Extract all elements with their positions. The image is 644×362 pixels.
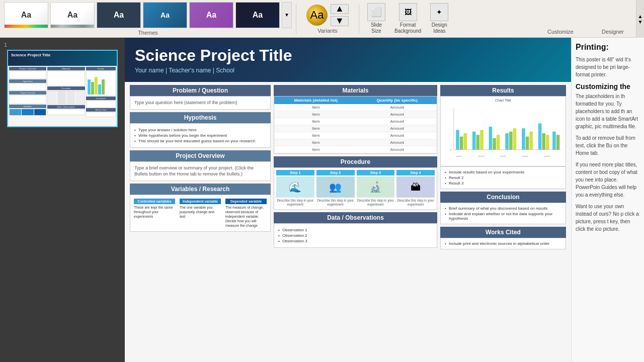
table-row: ItemAmount — [274, 118, 437, 125]
materials-col1-header: Materials (detailed list) — [274, 97, 358, 104]
observation-1: Observation 1 — [278, 228, 433, 232]
slide-size-icon: ⬜ — [367, 3, 385, 21]
conclusion-bullet-1: Brief summary of what you discovered bas… — [445, 206, 561, 211]
conclusion-section: Conclusion Brief summary of what you dis… — [440, 192, 566, 224]
svg-rect-4 — [460, 137, 463, 150]
step-3-desc: Describe this step in your experiment — [357, 199, 395, 207]
theme-dark2[interactable]: Aa — [235, 2, 280, 28]
toolbar-scroll-btn[interactable]: ▲▼ — [636, 0, 644, 38]
controlled-var-box[interactable]: Controlled variables These are kept the … — [132, 197, 177, 229]
controlled-var-header: Controlled variables — [134, 199, 175, 204]
svg-text:Item4: Item4 — [522, 155, 528, 157]
variants-label: Variants — [317, 28, 338, 34]
svg-rect-5 — [463, 133, 467, 150]
table-row: ItemAmount — [274, 111, 437, 118]
procedure-section: Procedure Step 1 🌊 Describe this step in… — [274, 156, 437, 210]
chart-title: Chart Title — [443, 99, 564, 102]
results-section: Results Chart Title 0 — [440, 85, 566, 189]
panel-text-1: This poster is 48" wid It's designed to … — [576, 56, 640, 78]
theme-blue[interactable]: Aa — [143, 2, 187, 28]
conclusion-header: Conclusion — [440, 192, 566, 203]
design-ideas-btn[interactable]: ✦ DesignIdeas — [426, 1, 452, 36]
independent-var-box[interactable]: Independent variable The one variable yo… — [178, 197, 222, 229]
variant-circle: Aa — [306, 5, 328, 26]
hypothesis-bullet-2: Write hypothesis before you begin the ex… — [134, 133, 266, 138]
right-panel: Printing: This poster is 48" wid It's de… — [571, 38, 644, 362]
works-cited-header: Works Cited — [440, 227, 566, 238]
variables-boxes: Controlled variables These are kept the … — [130, 195, 271, 232]
svg-text:0: 0 — [450, 148, 451, 151]
slide-number: 1 — [4, 42, 7, 48]
left-column: Problem / Question Type your question he… — [130, 85, 271, 359]
svg-rect-9 — [489, 127, 493, 150]
theme-purple[interactable]: Aa — [189, 2, 233, 28]
step-2-desc: Describe this step in your experiment — [316, 199, 355, 207]
works-cited-box[interactable]: Include print and electronic sources in … — [440, 238, 566, 249]
variables-header: Variables / Research — [130, 184, 271, 195]
slide-thumbnail[interactable]: Science Project Title Problem / Question… — [7, 50, 118, 127]
format-bg-icon: 🖼 — [399, 3, 417, 21]
step-2-box[interactable]: Step 2 👥 Describe this step in your expe… — [316, 170, 355, 207]
step-4-label: Step 4 — [396, 170, 435, 175]
toolbar: Aa Aa Aa Aa Aa Aa ▼ Themes Aa — [0, 0, 644, 38]
materials-section: Materials Materials (detailed list) Quan… — [274, 85, 437, 154]
materials-header: Materials — [274, 85, 437, 96]
slide-body: Problem / Question Type your question he… — [125, 82, 571, 362]
svg-rect-7 — [476, 135, 480, 149]
customize-label: Customize — [547, 29, 574, 35]
svg-text:Item3: Item3 — [501, 155, 506, 157]
svg-rect-22 — [556, 135, 560, 149]
panel-section-title: Customizing the — [576, 82, 640, 90]
step-3-box[interactable]: Step 3 🔬 Describe this step in your expe… — [357, 170, 395, 207]
design-ideas-label: DesignIdeas — [432, 22, 447, 34]
problem-box[interactable]: Type your question here (statement of th… — [130, 96, 271, 110]
table-row: ItemAmount — [274, 139, 437, 146]
right-column: Results Chart Title 0 — [440, 85, 566, 359]
results-chart: 0 — [443, 103, 564, 163]
data-header: Data / Observations — [274, 212, 437, 223]
result-bullet-3: Result 3 — [445, 181, 561, 186]
slide-size-btn[interactable]: ⬜ SlideSize — [363, 1, 389, 36]
dependent-var-box[interactable]: Depended variable The measure of change;… — [224, 197, 268, 229]
themes-scroll-down[interactable]: ▼ — [282, 2, 292, 28]
result-bullet-2: Result 2 — [445, 175, 561, 180]
hypothesis-box[interactable]: Type your answer / solution here Write h… — [130, 123, 271, 148]
dependent-var-content: The measure of change; observed because … — [225, 205, 267, 228]
step-4-box[interactable]: Step 4 🏔 Describe this step in your expe… — [396, 170, 435, 207]
svg-rect-15 — [522, 128, 525, 150]
svg-rect-6 — [472, 132, 476, 150]
variant-down-btn[interactable]: ▼ — [331, 16, 349, 26]
variant-up-btn[interactable]: ▲ — [331, 4, 349, 14]
results-bullets-box[interactable]: Include results based on your experiment… — [440, 166, 566, 189]
step-1-box[interactable]: Step 1 🌊 Describe this step in your expe… — [276, 170, 314, 207]
format-background-btn[interactable]: 🖼 FormatBackground — [390, 1, 425, 36]
svg-rect-19 — [542, 133, 545, 150]
hypothesis-header: Hypothesis — [130, 112, 271, 123]
svg-rect-20 — [546, 135, 549, 149]
slide-title: Science Project Title — [135, 46, 561, 65]
step-2-label: Step 2 — [316, 170, 355, 175]
data-box[interactable]: Observation 1 Observation 2 Observation … — [274, 223, 437, 248]
materials-box[interactable]: Materials (detailed list) Quantity (be s… — [274, 96, 437, 154]
theme-light[interactable]: Aa — [50, 2, 95, 28]
step-3-label: Step 3 — [357, 170, 395, 175]
theme-default[interactable]: Aa — [4, 2, 48, 28]
problem-header: Problem / Question — [130, 85, 271, 96]
chart-area[interactable]: Chart Title 0 — [440, 96, 566, 166]
works-cited-section: Works Cited Include print and electronic… — [440, 227, 566, 249]
works-cited-content: Include print and electronic sources in … — [445, 241, 561, 246]
slide-canvas[interactable]: Science Project Title Your name | Teache… — [125, 38, 571, 362]
slide-header-bg: Science Project Title Your name | Teache… — [125, 38, 571, 82]
table-row: ItemAmount — [274, 146, 437, 153]
conclusion-box[interactable]: Brief summary of what you discovered bas… — [440, 203, 566, 224]
slide-size-label: SlideSize — [371, 22, 382, 34]
overview-box[interactable]: Type a brief overview or summary of your… — [130, 161, 271, 181]
hypothesis-section: Hypothesis Type your answer / solution h… — [130, 112, 271, 148]
controlled-var-content: These are kept the same throughout your … — [134, 205, 175, 219]
theme-dark[interactable]: Aa — [97, 2, 141, 28]
independent-var-content: The one variable you purposely change an… — [180, 205, 221, 219]
step-4-desc: Describe this step in your experiment — [396, 199, 435, 207]
table-row: ItemAmount — [274, 104, 437, 111]
svg-text:Item1: Item1 — [456, 155, 462, 157]
main-area: 1 Science Project Title Problem / Questi… — [0, 38, 644, 362]
